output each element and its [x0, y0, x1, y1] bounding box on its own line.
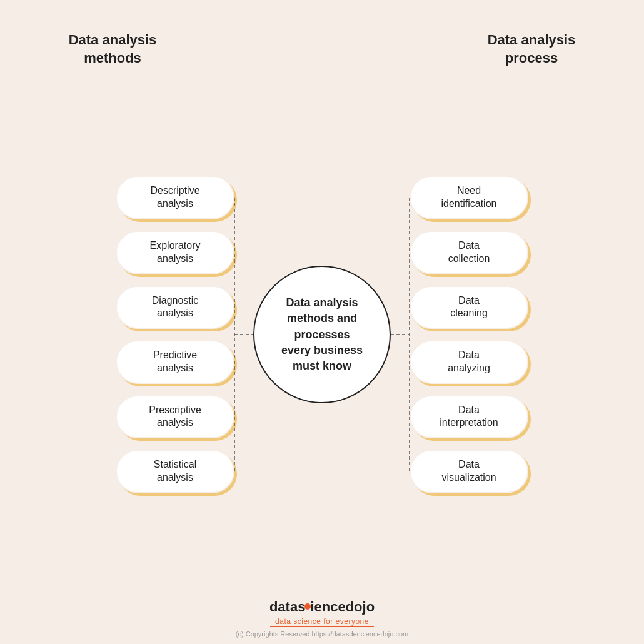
center-circle: Data analysismethods andprocessesevery b…	[253, 266, 391, 403]
pill-data-collection: Datacollection	[410, 231, 528, 274]
logo-subtitle: data science for everyone	[270, 617, 374, 626]
logo-subtitle-text: data science for everyone	[270, 616, 374, 627]
pill-prescriptive: Prescriptiveanalysis	[116, 395, 234, 439]
logo-ce: cedojo	[330, 599, 375, 615]
pill-diagnostic: Diagnosticanalysis	[116, 286, 234, 330]
middle-section: Descriptiveanalysis Exploratoryanalysis …	[0, 79, 644, 590]
right-column: Needidentification Datacollection Datacl…	[410, 176, 547, 493]
pill-descriptive: Descriptiveanalysis	[116, 176, 234, 219]
footer: datasiencedojo data science for everyone…	[236, 590, 408, 644]
left-section-header: Data analysismethods	[50, 31, 175, 67]
copyright-text: (c) Copyrights Reserved https://datasden…	[236, 630, 408, 638]
logo-text: datasiencedojo	[269, 599, 375, 615]
pill-predictive: Predictiveanalysis	[116, 340, 234, 384]
pill-data-visualization: Datavisualization	[410, 450, 528, 493]
logo-dot	[304, 603, 311, 610]
main-container: Data analysismethods Data analysisproces…	[0, 0, 644, 644]
pill-exploratory: Exploratoryanalysis	[116, 231, 234, 274]
headers-row: Data analysismethods Data analysisproces…	[0, 0, 644, 79]
right-section-header: Data analysisprocess	[469, 31, 594, 67]
pill-need-identification: Needidentification	[410, 176, 528, 219]
pill-data-analyzing: Dataanalyzing	[410, 340, 528, 384]
logo-sci: sien	[298, 599, 330, 615]
pill-data-cleaning: Datacleaning	[410, 286, 528, 330]
pill-data-interpretation: Datainterpretation	[410, 395, 528, 439]
pill-statistical: Statisticalanalysis	[116, 450, 234, 493]
left-column: Descriptiveanalysis Exploratoryanalysis …	[97, 176, 234, 493]
logo-data: data	[269, 599, 298, 615]
logo-container: datasiencedojo data science for everyone…	[236, 599, 408, 638]
